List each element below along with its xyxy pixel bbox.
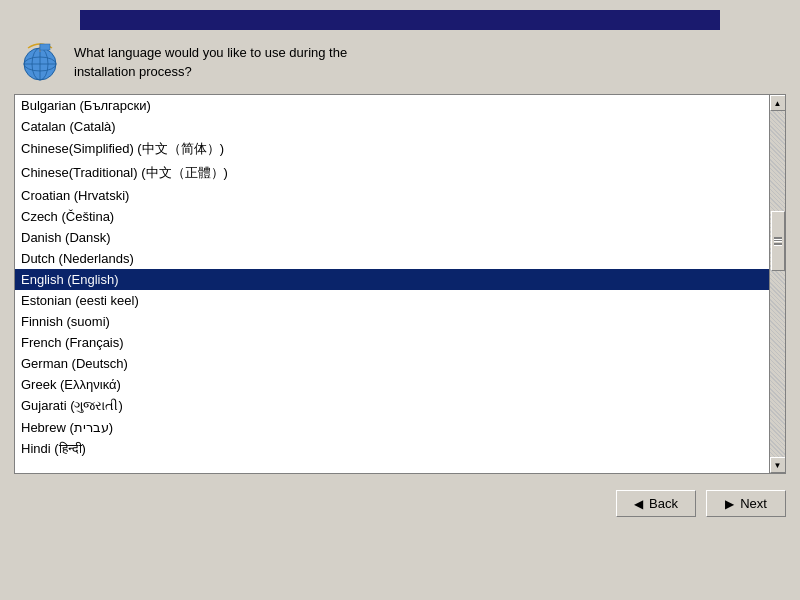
globe-icon	[20, 42, 60, 82]
svg-rect-6	[40, 44, 50, 50]
language-list[interactable]: Bulgarian (Български)Catalan (Català)Chi…	[15, 95, 769, 473]
list-item[interactable]: English (English)	[15, 269, 769, 290]
next-label: Next	[740, 496, 767, 511]
list-item[interactable]: German (Deutsch)	[15, 353, 769, 374]
list-item[interactable]: Hindi (हिन्दी)	[15, 438, 769, 460]
list-item[interactable]: Catalan (Català)	[15, 116, 769, 137]
list-item[interactable]: Bulgarian (Български)	[15, 95, 769, 116]
header-section: What language would you like to use duri…	[0, 30, 800, 94]
scrollbar-thumb-area[interactable]	[770, 111, 785, 457]
list-item[interactable]: Finnish (suomi)	[15, 311, 769, 332]
back-icon: ◀	[634, 497, 643, 511]
language-list-container: Bulgarian (Български)Catalan (Català)Chi…	[14, 94, 786, 474]
back-label: Back	[649, 496, 678, 511]
scrollbar-down-button[interactable]: ▼	[770, 457, 786, 473]
scrollbar-track[interactable]: ▲ ▼	[769, 95, 785, 473]
list-item[interactable]: Greek (Ελληνικά)	[15, 374, 769, 395]
list-item[interactable]: Hebrew (עברית)	[15, 417, 769, 438]
list-item[interactable]: Chinese(Simplified) (中文（简体）)	[15, 137, 769, 161]
header-question: What language would you like to use duri…	[74, 43, 347, 82]
scrollbar-up-button[interactable]: ▲	[770, 95, 786, 111]
list-item[interactable]: Estonian (eesti keel)	[15, 290, 769, 311]
list-item[interactable]: Croatian (Hrvatski)	[15, 185, 769, 206]
list-item[interactable]: Czech (Čeština)	[15, 206, 769, 227]
scrollbar-grip	[774, 240, 782, 242]
list-item[interactable]: Danish (Dansk)	[15, 227, 769, 248]
list-item[interactable]: Dutch (Nederlands)	[15, 248, 769, 269]
next-button[interactable]: ▶ Next	[706, 490, 786, 517]
list-item[interactable]: Gujarati (ગુજરાતી)	[15, 395, 769, 417]
next-icon: ▶	[725, 497, 734, 511]
scrollbar-thumb[interactable]	[771, 211, 785, 271]
back-button[interactable]: ◀ Back	[616, 490, 696, 517]
list-item[interactable]: Chinese(Traditional) (中文（正體）)	[15, 161, 769, 185]
list-item[interactable]: French (Français)	[15, 332, 769, 353]
top-banner	[80, 10, 720, 30]
button-row: ◀ Back ▶ Next	[0, 474, 800, 527]
